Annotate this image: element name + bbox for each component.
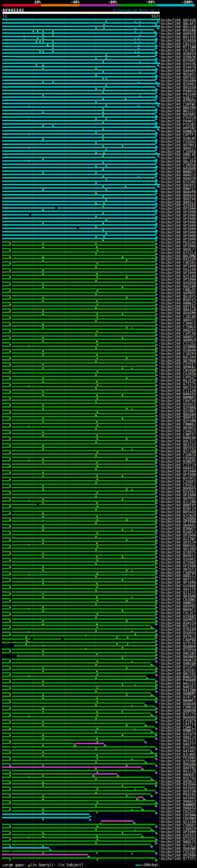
hit-bar[interactable] <box>2 534 11 535</box>
hit-bar[interactable] <box>12 581 158 583</box>
hit-bar[interactable] <box>12 339 158 340</box>
hit-bar[interactable] <box>12 682 156 684</box>
hit-bar[interactable] <box>2 608 11 610</box>
hit-bar[interactable] <box>12 473 156 475</box>
hit-bar[interactable] <box>2 120 156 121</box>
hit-bar[interactable] <box>2 80 156 81</box>
hit-bar[interactable] <box>12 396 156 398</box>
hit-bar[interactable] <box>12 342 156 344</box>
hit-bar[interactable] <box>12 729 151 731</box>
hit-bar[interactable] <box>2 561 11 563</box>
hit-bar[interactable] <box>12 790 156 791</box>
hit-bar[interactable] <box>2 227 77 229</box>
hit-bar[interactable] <box>12 685 158 687</box>
hit-bar[interactable] <box>2 298 11 300</box>
hit-bar[interactable] <box>2 224 158 226</box>
hit-bar[interactable] <box>2 413 11 414</box>
hit-bar[interactable] <box>12 345 156 347</box>
hit-bar[interactable] <box>2 153 160 155</box>
hit-bar[interactable] <box>2 42 156 44</box>
hit-bar[interactable] <box>2 729 11 731</box>
hit-bar[interactable] <box>12 372 156 374</box>
hit-bar[interactable] <box>12 500 158 502</box>
hit-bar[interactable] <box>17 655 156 657</box>
hit-bar[interactable] <box>12 642 156 643</box>
hit-bar[interactable] <box>12 332 156 334</box>
hit-bar[interactable] <box>12 824 156 825</box>
hit-bar[interactable] <box>12 850 156 852</box>
hit-bar[interactable] <box>2 285 11 286</box>
hit-bar[interactable] <box>12 770 156 771</box>
hit-bar[interactable] <box>2 760 11 761</box>
hit-bar[interactable] <box>2 133 158 135</box>
hit-bar[interactable] <box>12 803 158 805</box>
hit-bar[interactable] <box>12 514 156 516</box>
hit-bar[interactable] <box>12 440 158 441</box>
hit-bar[interactable] <box>33 638 62 640</box>
hit-bar[interactable] <box>12 648 158 650</box>
hit-bar[interactable] <box>2 366 11 367</box>
hit-bar[interactable] <box>2 723 11 724</box>
hit-bar[interactable] <box>12 245 156 246</box>
hit-bar[interactable] <box>2 194 156 195</box>
hit-bar[interactable] <box>12 541 158 542</box>
hit-bar[interactable] <box>12 786 145 788</box>
hit-bar[interactable] <box>2 217 158 219</box>
hit-bar[interactable] <box>12 652 156 653</box>
hit-bar[interactable] <box>2 318 11 320</box>
hit-bar[interactable] <box>12 723 145 724</box>
hit-bar[interactable] <box>2 207 56 209</box>
hit-bar[interactable] <box>2 854 88 856</box>
hit-bar[interactable] <box>12 275 156 276</box>
hit-bar[interactable] <box>12 662 151 663</box>
hit-bar[interactable] <box>12 413 156 414</box>
hit-bar[interactable] <box>2 453 11 455</box>
hit-bar[interactable] <box>2 29 154 30</box>
hit-bar[interactable] <box>12 510 158 512</box>
hit-bar[interactable] <box>12 571 158 573</box>
hit-bar[interactable] <box>2 736 11 738</box>
hit-bar[interactable] <box>12 608 156 610</box>
hit-bar[interactable] <box>12 308 158 310</box>
hit-bar[interactable] <box>12 530 158 532</box>
hit-bar[interactable] <box>2 480 11 482</box>
hit-bar[interactable] <box>2 312 11 313</box>
hit-bar[interactable] <box>12 271 156 273</box>
hit-bar[interactable] <box>12 537 156 539</box>
hit-bar[interactable] <box>2 231 158 232</box>
hit-bar[interactable] <box>2 352 11 354</box>
hit-bar[interactable] <box>2 554 11 556</box>
hit-bar[interactable] <box>12 295 156 297</box>
hit-bar[interactable] <box>2 810 11 812</box>
hit-bar[interactable] <box>2 817 89 818</box>
hit-bar[interactable] <box>12 376 156 377</box>
hit-bar[interactable] <box>12 490 158 492</box>
hit-bar[interactable] <box>2 682 11 684</box>
hit-bar[interactable] <box>2 834 11 835</box>
hit-bar[interactable] <box>2 305 11 307</box>
hit-bar[interactable] <box>2 473 11 475</box>
hit-bar[interactable] <box>12 329 158 330</box>
hit-bar[interactable] <box>2 716 11 717</box>
hit-bar[interactable] <box>2 777 11 778</box>
hit-bar[interactable] <box>2 245 11 246</box>
hit-bar[interactable] <box>12 840 158 842</box>
hit-bar[interactable] <box>12 692 151 694</box>
hit-bar[interactable] <box>2 234 156 236</box>
hit-bar[interactable] <box>12 302 156 303</box>
hit-bar[interactable] <box>2 110 158 111</box>
hit-bar[interactable] <box>12 379 158 380</box>
hit-bar[interactable] <box>2 487 11 488</box>
hit-bar[interactable] <box>12 709 156 711</box>
hit-bar[interactable] <box>12 564 156 566</box>
hit-bar[interactable] <box>2 507 11 509</box>
hit-bar[interactable] <box>2 22 158 24</box>
hit-bar[interactable] <box>12 255 156 256</box>
hit-bar[interactable] <box>12 248 158 249</box>
hit-bar[interactable] <box>2 251 11 253</box>
hit-bar[interactable] <box>2 520 11 522</box>
hit-bar[interactable] <box>12 406 156 408</box>
hit-bar[interactable] <box>12 618 156 620</box>
hit-bar[interactable] <box>12 291 156 293</box>
hit-bar[interactable] <box>57 207 156 209</box>
